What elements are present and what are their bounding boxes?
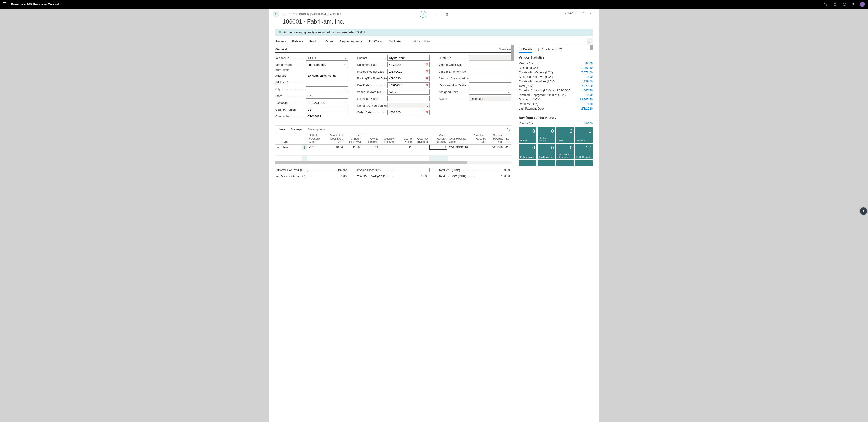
- stat-value[interactable]: 12,765.50: [580, 98, 593, 101]
- dropdown-icon[interactable]: ⌄: [425, 96, 430, 101]
- ellipsis-icon[interactable]: ⋯: [343, 87, 348, 92]
- action-print-send[interactable]: Print/Send: [369, 39, 383, 43]
- calendar-icon[interactable]: 📅: [425, 110, 430, 115]
- vendor-statistics-heading[interactable]: Vendor Statistics: [519, 56, 593, 59]
- assigned-user-input[interactable]: ⌄: [469, 89, 511, 94]
- stat-value[interactable]: 0.00: [587, 75, 593, 79]
- chevron-down-icon[interactable]: ⌄: [587, 31, 590, 34]
- tile[interactable]: [556, 161, 574, 166]
- buy-from-history-heading[interactable]: Buy-from Vendor History: [519, 116, 593, 119]
- tile[interactable]: [575, 161, 593, 166]
- address2-input[interactable]: [306, 80, 348, 85]
- bell-icon[interactable]: [833, 2, 837, 6]
- stat-value[interactable]: 2/8/2020: [581, 107, 593, 110]
- horizontal-scrollbar[interactable]: [275, 161, 511, 164]
- over-receipt-qty-input[interactable]: 1: [430, 145, 447, 150]
- dropdown-icon[interactable]: ⌄: [506, 76, 511, 81]
- dropdown-icon[interactable]: ⌄: [506, 83, 511, 88]
- col-over-code[interactable]: Over-Receipt Code: [447, 133, 469, 145]
- state-input[interactable]: [306, 93, 348, 99]
- collapse-icon[interactable]: [590, 12, 593, 15]
- city-input[interactable]: ⋯: [306, 86, 348, 92]
- app-launcher-icon[interactable]: [3, 2, 7, 6]
- vendor-ship-no-input[interactable]: [469, 69, 511, 74]
- dropdown-icon[interactable]: ⌄: [506, 89, 511, 94]
- action-order[interactable]: Order: [326, 39, 333, 43]
- table-row[interactable]: → Item ⋮ PCS 10.00 110.00 11 11 1 OVERRC…: [275, 145, 511, 150]
- col-over-qty[interactable]: Over-Receipt Quantity: [429, 133, 447, 145]
- calendar-icon[interactable]: 📅: [425, 76, 430, 81]
- new-button[interactable]: [434, 12, 438, 16]
- maximize-lines-icon[interactable]: [507, 128, 510, 131]
- col-qty-invoiced[interactable]: Quantity Invoiced: [413, 133, 429, 145]
- lines-more[interactable]: More options: [305, 128, 328, 131]
- tile-orders[interactable]: 2Orders: [556, 128, 574, 143]
- calendar-icon[interactable]: 📅: [425, 83, 430, 88]
- delete-button[interactable]: [445, 13, 448, 16]
- postcode-input[interactable]: ⋯: [306, 100, 348, 106]
- purchaser-code-input[interactable]: ⌄: [388, 96, 430, 102]
- stat-value[interactable]: 0.00: [587, 93, 593, 96]
- col-type[interactable]: Type: [281, 133, 302, 145]
- action-more-options[interactable]: More options: [413, 39, 430, 43]
- close-icon[interactable]: ✕: [279, 31, 281, 34]
- calendar-icon[interactable]: 📅: [425, 69, 430, 74]
- lines-tab[interactable]: Lines: [275, 125, 288, 133]
- vendor-order-no-input[interactable]: [469, 62, 511, 67]
- vendor-no-input[interactable]: ⌄: [306, 55, 348, 61]
- tile-return-orders[interactable]: 0Return Orders: [519, 144, 536, 159]
- col-promised[interactable]: Promised Receipt Date: [469, 133, 487, 145]
- stat-value[interactable]: 1,267.50: [581, 66, 593, 69]
- country-input[interactable]: ⌄: [306, 107, 348, 112]
- contact-no-input[interactable]: ⋯: [306, 114, 348, 119]
- col-ext[interactable]: E... R...: [504, 133, 511, 145]
- stat-value[interactable]: 10000: [585, 61, 593, 65]
- action-release[interactable]: Release: [292, 39, 303, 43]
- resp-centre-input[interactable]: ⌄: [469, 82, 511, 88]
- ellipsis-icon[interactable]: ⋯: [343, 114, 348, 119]
- stat-value[interactable]: 10000: [585, 122, 593, 125]
- col-unit-cost[interactable]: Direct Unit Cost Excl. VAT: [326, 133, 344, 145]
- ellipsis-icon[interactable]: ⋯: [343, 100, 348, 105]
- table-row[interactable]: [275, 156, 511, 161]
- inv-rcpt-date-input[interactable]: 📅: [388, 69, 430, 74]
- calendar-icon[interactable]: 📅: [425, 62, 430, 67]
- col-qty-receive[interactable]: Qty. to Receive: [363, 133, 380, 145]
- general-section-title[interactable]: General Show less: [275, 48, 511, 53]
- inv-disc-pct-input[interactable]: [393, 168, 429, 172]
- back-button[interactable]: [273, 11, 279, 18]
- col-qty-invoice[interactable]: Qty. to Invoice: [396, 133, 413, 145]
- help-icon[interactable]: ?: [852, 2, 854, 6]
- show-less-link[interactable]: Show less: [499, 48, 511, 51]
- action-posting[interactable]: Posting: [309, 39, 319, 43]
- factbox-scrollbar[interactable]: [590, 45, 593, 50]
- popout-icon[interactable]: [581, 12, 585, 15]
- avatar[interactable]: F: [860, 2, 865, 7]
- action-request-approval[interactable]: Request Approval: [339, 39, 363, 43]
- stat-value[interactable]: 5,672.60: [581, 71, 593, 74]
- search-icon[interactable]: [824, 2, 827, 6]
- ellipsis-icon[interactable]: ⋯: [343, 62, 348, 67]
- stat-value[interactable]: 0.00: [587, 102, 593, 106]
- tile[interactable]: [519, 161, 536, 166]
- info-icon[interactable]: ⓘ: [587, 38, 593, 45]
- table-row[interactable]: [275, 150, 511, 156]
- vendor-inv-no-input[interactable]: [388, 89, 430, 94]
- action-process[interactable]: Process: [275, 39, 286, 43]
- main-scrollbar[interactable]: [511, 45, 514, 61]
- col-qty-received[interactable]: Quantity Received: [380, 133, 396, 145]
- stat-value[interactable]: 1,267.50: [581, 89, 593, 92]
- tile-invoices[interactable]: 1Invoices: [575, 128, 593, 143]
- due-date-input[interactable]: 📅: [388, 82, 430, 88]
- tab-details[interactable]: ⓘ Details: [519, 47, 532, 53]
- col-planned[interactable]: Planned Receipt Date: [487, 133, 504, 145]
- lines-manage[interactable]: Manage: [288, 128, 305, 131]
- alt-vendor-input[interactable]: ⌄: [469, 76, 511, 81]
- tile-pstd-return-shipments[interactable]: 0Pstd. Return Shipments: [556, 144, 574, 159]
- ellipsis-icon[interactable]: ⋯: [425, 55, 430, 60]
- tab-attachments[interactable]: Attachments (0): [537, 47, 562, 53]
- tile-credit-memos[interactable]: 0Credit Memos: [537, 144, 555, 159]
- stat-value[interactable]: 139.00: [584, 80, 593, 83]
- address-input[interactable]: [306, 73, 348, 78]
- action-navigate[interactable]: Navigate: [389, 39, 401, 43]
